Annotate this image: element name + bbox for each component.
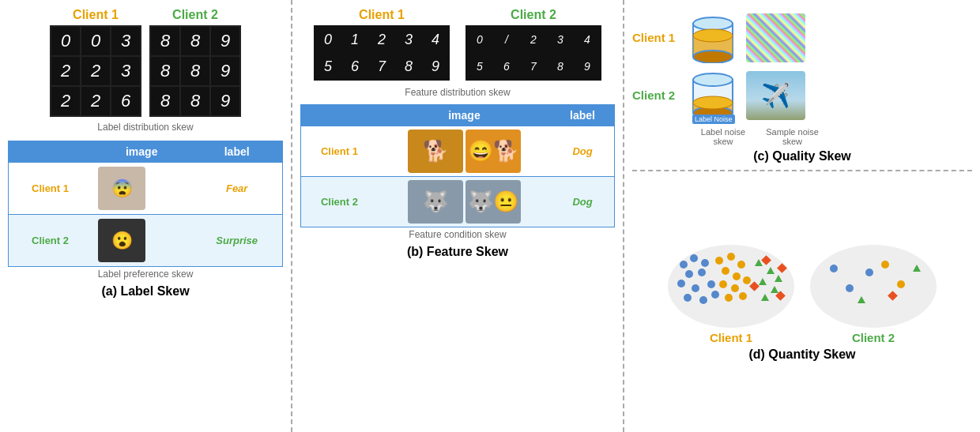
dog-img-1: 🐕	[408, 130, 463, 173]
section-b-title: (b) Feature Skew	[407, 245, 508, 259]
quality-row-c1: Client 1	[632, 12, 972, 63]
dot	[743, 276, 751, 284]
pref-table-client1: Client 1	[9, 163, 92, 215]
mnist-cell: 0	[51, 27, 80, 55]
section-a-client1-title: Client 1	[73, 8, 119, 22]
feat-cell: 1	[342, 27, 368, 52]
noise-img-c1	[746, 13, 805, 62]
section-c-title: (c) Quality Skew	[632, 149, 972, 163]
label-pref-label: Label preference skew	[98, 269, 194, 280]
label-dist-label: Label distribution skew	[97, 122, 193, 133]
triangle	[771, 286, 778, 293]
svg-point-2	[693, 17, 733, 30]
pref-table-empty-header	[9, 141, 92, 163]
feat-cell: 7	[369, 54, 394, 79]
dot	[719, 280, 727, 288]
section-b: Client 1 0 1 2 3 4 5 6 7 8 9 Client 2 0	[292, 0, 624, 432]
dot	[722, 267, 729, 275]
feat-dist-top: Client 1 0 1 2 3 4 5 6 7 8 9 Client 2 0	[300, 8, 615, 81]
cylinder-c2	[689, 68, 737, 119]
feat-mnist-c1: 0 1 2 3 4 5 6 7 8 9	[314, 25, 450, 81]
feat-table-image-header: image	[378, 105, 551, 126]
feat-table-client2: Client 2	[301, 177, 378, 227]
quality-row-c2: Client 2 Label Noise ✈️	[632, 68, 972, 122]
mnist-cell: 8	[181, 27, 209, 55]
quantity-oval-c2	[810, 245, 937, 328]
pref-table-a: image label Client 1 😨 Fear Client 2	[8, 141, 283, 267]
mnist-top: Client 1 0 0 3 2 2 3 2 2 6 Client 2 8 8	[50, 8, 241, 117]
dot	[701, 259, 709, 267]
face-fear-img: 😨	[98, 167, 145, 210]
pref-table-img-2: 😮	[92, 215, 191, 267]
feat-client2-label: Client 2	[321, 196, 358, 208]
quantity-c2-col: Client 2	[810, 245, 937, 344]
feat-cond-label: Feature condition skew	[409, 229, 506, 240]
feat-cell: 4	[575, 27, 600, 52]
feat-cell: 6	[342, 54, 368, 79]
dot	[690, 254, 698, 262]
feat-col-c1: Client 1 0 1 2 3 4 5 6 7 8 9	[314, 8, 450, 81]
dot	[731, 284, 739, 292]
dot	[739, 292, 747, 300]
quantity-client1-label: Client 1	[710, 331, 752, 344]
dot	[680, 261, 688, 269]
feat-cell: 8	[548, 54, 573, 79]
quantity-c1-col: Client 1	[668, 245, 794, 344]
pref-table-img-1: 😨	[92, 163, 191, 215]
dot	[711, 291, 719, 299]
triangle	[761, 294, 769, 301]
triangle	[767, 267, 775, 274]
quantity-oval-c1	[668, 245, 794, 328]
pref-table-row-1: Client 1 😨 Fear	[9, 163, 283, 215]
feat-cell: 2	[521, 27, 546, 52]
mnist-cell: 8	[151, 87, 179, 115]
dot	[725, 294, 733, 302]
husky-img-1: 🐺	[408, 180, 463, 224]
feat-cell: 3	[396, 27, 421, 52]
feat-table-client1: Client 1	[301, 126, 378, 177]
triangle	[775, 275, 782, 282]
feat-cell: 6	[494, 54, 519, 79]
dot	[698, 269, 706, 276]
dot	[727, 253, 735, 261]
plane-img: ✈️	[746, 71, 805, 120]
dot	[846, 284, 854, 292]
pref-table-surprise-label: Surprise	[191, 215, 282, 267]
mnist-cell: 9	[211, 87, 239, 115]
feat-table-label-header: label	[551, 105, 614, 126]
feat-cell: /	[494, 27, 519, 52]
quality-sublabels: Label noiseskew Sample noiseskew	[695, 127, 972, 146]
feat-table-empty	[301, 105, 378, 126]
feat-cell: 4	[423, 27, 448, 52]
label-noise-badge: Label Noise	[692, 115, 735, 124]
feat-cell: 8	[396, 54, 421, 79]
pref-table-image-header: image	[92, 141, 191, 163]
feat-cell: 7	[521, 54, 546, 79]
feat-cell: 3	[548, 27, 573, 52]
section-a-title: (a) Label Skew	[101, 284, 189, 299]
svg-point-7	[693, 73, 733, 86]
feat-table-row-1: Client 1 🐕 😄🐕 Dog	[301, 126, 615, 177]
diamond	[749, 281, 760, 291]
feat-cell: 9	[575, 54, 600, 79]
quantity-row: Client 1	[668, 245, 937, 344]
mnist-cell: 2	[81, 57, 110, 85]
quantity-client2-label: Client 2	[852, 331, 895, 344]
feat-cell: 5	[467, 54, 492, 79]
mnist-grid-2: 8 8 9 8 8 9 8 8 9	[149, 25, 241, 117]
label-noise-sublabel: Label noiseskew	[695, 127, 751, 146]
pref-table-fear-label: Fear	[191, 163, 282, 215]
cylinder-c1	[689, 12, 737, 63]
section-d-title: (d) Quantity Skew	[748, 347, 855, 362]
feat-cell: 9	[423, 54, 448, 79]
dot	[737, 261, 745, 269]
feat-cell: 0	[315, 27, 341, 52]
triangle	[913, 265, 921, 272]
pref-table-row-2: Client 2 😮 Surprise	[9, 215, 283, 267]
dot	[692, 284, 699, 292]
dot	[881, 261, 889, 269]
triangle	[759, 278, 767, 285]
dog2-text: Dog	[572, 196, 592, 208]
surprise-text: Surprise	[216, 235, 258, 246]
triangle	[858, 296, 865, 303]
